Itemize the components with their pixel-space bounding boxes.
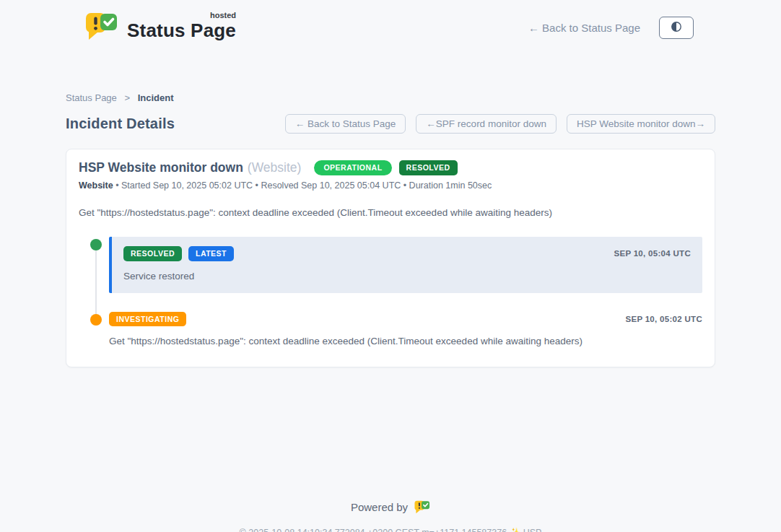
breadcrumb: Status Page > Incident bbox=[66, 92, 715, 103]
brand-logo[interactable]: Status Page hosted bbox=[85, 11, 236, 45]
incident-meta: Website • Started Sep 10, 2025 05:02 UTC… bbox=[79, 180, 702, 191]
incident-meta-details: • Started Sep 10, 2025 05:02 UTC • Resol… bbox=[115, 180, 492, 191]
timeline-timestamp: SEP 10, 05:04 UTC bbox=[614, 249, 691, 258]
timeline-entry-latest: RESOLVED LATEST SEP 10, 05:04 UTC Servic… bbox=[109, 237, 702, 293]
timeline-message: Service restored bbox=[123, 271, 691, 282]
timeline-entry-badges: INVESTIGATING bbox=[109, 312, 186, 327]
operational-status-badge: OPERATIONAL bbox=[314, 160, 391, 175]
incident-title-row: HSP Website monitor down (Website) OPERA… bbox=[79, 160, 702, 175]
breadcrumb-incident: Incident bbox=[138, 92, 174, 103]
copyright-text: © 2025-10-08 14:10:34.772084 +0200 CEST … bbox=[0, 527, 781, 532]
breadcrumb-separator: > bbox=[124, 92, 130, 103]
resolved-badge: RESOLVED bbox=[123, 246, 182, 261]
breadcrumb-status-page[interactable]: Status Page bbox=[66, 92, 117, 103]
back-to-status-page-button[interactable]: ← Back to Status Page bbox=[285, 114, 406, 134]
timeline-entry-badges: RESOLVED LATEST bbox=[123, 246, 234, 261]
powered-by-label: Powered by bbox=[351, 501, 408, 513]
timeline-dot-orange bbox=[90, 314, 102, 326]
status-page-mini-logo-icon[interactable] bbox=[414, 500, 430, 515]
timeline-item-investigating: INVESTIGATING SEP 10, 05:02 UTC Get "htt… bbox=[79, 312, 702, 347]
incident-component: (Website) bbox=[248, 160, 302, 175]
site-header: Status Page hosted ← Back to Status Page bbox=[0, 0, 781, 45]
theme-toggle-button[interactable] bbox=[659, 17, 694, 39]
incident-description: Get "https://hostedstatus.page": context… bbox=[79, 207, 702, 218]
timeline-entry-head: INVESTIGATING SEP 10, 05:02 UTC bbox=[109, 312, 702, 327]
page-title: Incident Details bbox=[66, 115, 175, 132]
incident-timeline: RESOLVED LATEST SEP 10, 05:04 UTC Servic… bbox=[79, 237, 702, 346]
title-row: Incident Details ← Back to Status Page ←… bbox=[66, 114, 715, 134]
investigating-badge: INVESTIGATING bbox=[109, 312, 186, 327]
back-to-status-page-link[interactable]: ← Back to Status Page bbox=[528, 22, 640, 34]
brand-hosted-superscript: hosted bbox=[210, 11, 236, 19]
main-content: Status Page > Incident Incident Details … bbox=[66, 45, 715, 367]
powered-by-row: Powered by bbox=[0, 500, 781, 515]
brand-name: Status Page bbox=[127, 19, 236, 41]
timeline-entry-head: RESOLVED LATEST SEP 10, 05:04 UTC bbox=[123, 246, 691, 261]
header-actions: ← Back to Status Page bbox=[528, 17, 694, 39]
incident-nav-buttons: ← Back to Status Page ←SPF record monito… bbox=[285, 114, 715, 134]
latest-badge: LATEST bbox=[188, 246, 234, 261]
timeline-dot-green bbox=[90, 239, 102, 250]
prev-incident-button[interactable]: ←SPF record monitor down bbox=[416, 114, 557, 134]
incident-card: HSP Website monitor down (Website) OPERA… bbox=[66, 149, 715, 367]
status-page-logo-icon bbox=[85, 11, 118, 45]
footer: Powered by © 2025-10-08 14:10:34.772084 … bbox=[0, 500, 781, 532]
half-circle-icon bbox=[669, 19, 684, 36]
incident-meta-component: Website bbox=[79, 180, 113, 191]
incident-title: HSP Website monitor down bbox=[79, 160, 243, 175]
resolved-status-badge: RESOLVED bbox=[399, 160, 458, 175]
timeline-item-resolved: RESOLVED LATEST SEP 10, 05:04 UTC Servic… bbox=[79, 237, 702, 293]
timeline-entry-investigating: INVESTIGATING SEP 10, 05:02 UTC Get "htt… bbox=[109, 312, 702, 347]
timeline-message: Get "https://hostedstatus.page": context… bbox=[109, 336, 702, 346]
next-incident-button[interactable]: HSP Website monitor down→ bbox=[567, 114, 715, 134]
timeline-timestamp: SEP 10, 05:02 UTC bbox=[625, 315, 702, 323]
brand-wordmark: Status Page hosted bbox=[127, 14, 236, 42]
